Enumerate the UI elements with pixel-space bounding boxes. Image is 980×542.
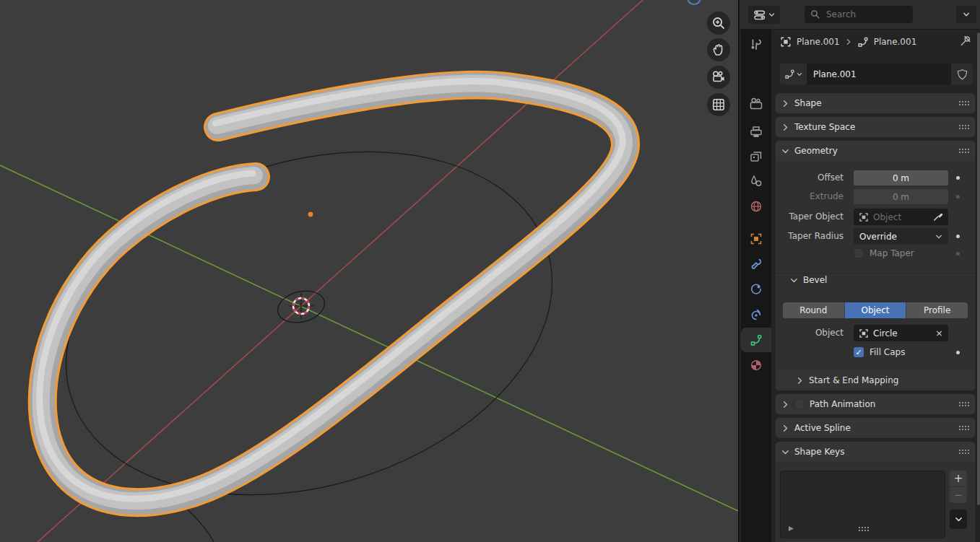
bevel-object-value: Circle xyxy=(873,328,898,338)
fake-user-toggle[interactable] xyxy=(951,64,973,84)
filter-expand-icon[interactable] xyxy=(788,525,794,532)
panel-shape-keys-body: + − xyxy=(776,462,975,542)
offset-field[interactable]: 0 m xyxy=(854,170,948,185)
camera-view-button[interactable] xyxy=(707,66,730,89)
panel-drag-handle[interactable] xyxy=(958,449,969,455)
pin-id-button[interactable] xyxy=(959,35,972,48)
camera-view-icon xyxy=(711,70,726,84)
viewport-scene xyxy=(0,0,738,542)
map-taper-animate-dot[interactable] xyxy=(956,252,960,255)
panel-shape-label: Shape xyxy=(794,98,822,108)
extrude-field[interactable]: 0 m xyxy=(854,189,948,204)
map-taper-checkbox[interactable] xyxy=(854,248,864,258)
panel-texture-space[interactable]: Texture Space xyxy=(776,117,975,137)
panel-shape-keys[interactable]: Shape Keys xyxy=(776,442,975,462)
remove-shape-key-button[interactable]: − xyxy=(950,487,967,503)
editor-type-button[interactable] xyxy=(748,6,780,24)
taper-radius-animate-dot[interactable] xyxy=(956,235,960,238)
tab-object[interactable] xyxy=(741,227,771,251)
pin-icon xyxy=(959,35,972,48)
panel-drag-handle[interactable] xyxy=(958,425,969,431)
3d-viewport[interactable] xyxy=(0,0,738,542)
taper-radius-dropdown[interactable]: Override xyxy=(854,228,948,245)
tab-view-layer[interactable] xyxy=(741,144,771,169)
subpanel-bevel-header[interactable]: Bevel xyxy=(790,275,827,285)
chevron-down-icon xyxy=(935,233,942,240)
curve-object[interactable] xyxy=(40,82,625,503)
tab-render[interactable] xyxy=(741,92,771,116)
zoom-button[interactable] xyxy=(707,12,730,35)
shape-key-specials-button[interactable] xyxy=(950,510,967,529)
bevel-object-field[interactable]: Circle × xyxy=(854,325,948,341)
modifier-wrench-icon xyxy=(750,258,763,271)
constraints-icon xyxy=(750,308,763,321)
bevel-mode-round[interactable]: Round xyxy=(783,302,845,318)
bevel-label: Bevel xyxy=(803,275,827,285)
list-resize-grip[interactable] xyxy=(858,526,869,532)
chevron-down-icon xyxy=(790,276,798,284)
panel-path-animation[interactable]: Path Animation xyxy=(776,394,975,414)
object-icon xyxy=(859,212,869,222)
curve-data-icon xyxy=(784,69,795,79)
panel-path-animation-label: Path Animation xyxy=(810,399,875,409)
offset-label: Offset xyxy=(776,172,844,183)
add-shape-key-button[interactable]: + xyxy=(950,471,967,486)
nav-gizmo[interactable] xyxy=(688,0,701,4)
breadcrumb-object: Plane.001 xyxy=(797,37,840,47)
curve-data-icon xyxy=(857,36,869,48)
panel-active-spline[interactable]: Active Spline xyxy=(776,418,975,438)
tab-object-data[interactable] xyxy=(741,328,771,352)
fill-caps-animate-dot[interactable] xyxy=(956,351,960,354)
taper-object-placeholder: Object xyxy=(873,212,901,222)
search-field[interactable] xyxy=(805,6,913,23)
perspective-toggle-button[interactable] xyxy=(707,93,730,116)
pan-button[interactable] xyxy=(707,38,730,61)
shape-keys-list[interactable] xyxy=(780,471,945,538)
panel-shape[interactable]: Shape xyxy=(776,93,975,113)
bevel-mode-segmented: Round Object Profile xyxy=(783,302,968,318)
chevron-right-icon xyxy=(845,38,852,45)
offset-animate-dot[interactable] xyxy=(956,176,960,180)
chevron-right-icon xyxy=(781,401,789,408)
fill-caps-checkbox[interactable] xyxy=(854,347,864,357)
chevron-down-icon xyxy=(963,11,970,18)
clear-object-icon[interactable]: × xyxy=(935,328,943,338)
bevel-divider xyxy=(776,273,975,274)
panel-drag-handle[interactable] xyxy=(958,148,969,154)
tool-icon xyxy=(750,38,763,51)
tab-modifiers[interactable] xyxy=(741,252,771,276)
tab-physics[interactable] xyxy=(741,277,771,302)
start-end-mapping-label: Start & End Mapping xyxy=(809,375,898,385)
panel-drag-handle[interactable] xyxy=(958,100,969,106)
bevel-mode-profile[interactable]: Profile xyxy=(906,302,968,318)
object-icon xyxy=(780,36,792,48)
extrude-animate-dot[interactable] xyxy=(956,195,960,198)
taper-object-field[interactable]: Object xyxy=(854,209,948,225)
panel-drag-handle[interactable] xyxy=(958,124,969,130)
tab-world[interactable] xyxy=(741,194,771,219)
panel-scrollbar[interactable] xyxy=(977,32,980,505)
bevel-mode-object[interactable]: Object xyxy=(845,302,907,318)
tab-material[interactable] xyxy=(741,353,771,377)
printer-icon xyxy=(750,126,763,139)
shield-icon xyxy=(957,69,968,80)
fill-caps-label: Fill Caps xyxy=(870,347,905,357)
header-options-button[interactable] xyxy=(956,6,976,23)
eyedropper-icon[interactable] xyxy=(932,211,943,222)
id-name-value: Plane.001 xyxy=(813,69,857,79)
subpanel-start-end-mapping[interactable]: Start & End Mapping xyxy=(776,370,975,390)
search-input[interactable] xyxy=(825,9,903,20)
path-animation-checkbox[interactable] xyxy=(794,399,805,409)
tab-tool[interactable] xyxy=(741,32,771,57)
3d-cursor xyxy=(288,293,314,319)
id-type-dropdown[interactable] xyxy=(780,64,807,84)
tab-scene[interactable] xyxy=(741,169,771,193)
id-name-input[interactable]: Plane.001 xyxy=(807,64,951,84)
chevron-down-icon xyxy=(797,71,802,77)
panel-geometry-label: Geometry xyxy=(794,146,838,156)
tab-constraints[interactable] xyxy=(741,302,771,327)
tab-output[interactable] xyxy=(741,120,771,144)
panel-drag-handle[interactable] xyxy=(958,401,969,407)
curve-data-icon xyxy=(750,333,763,346)
panel-geometry[interactable]: Geometry xyxy=(776,141,975,161)
